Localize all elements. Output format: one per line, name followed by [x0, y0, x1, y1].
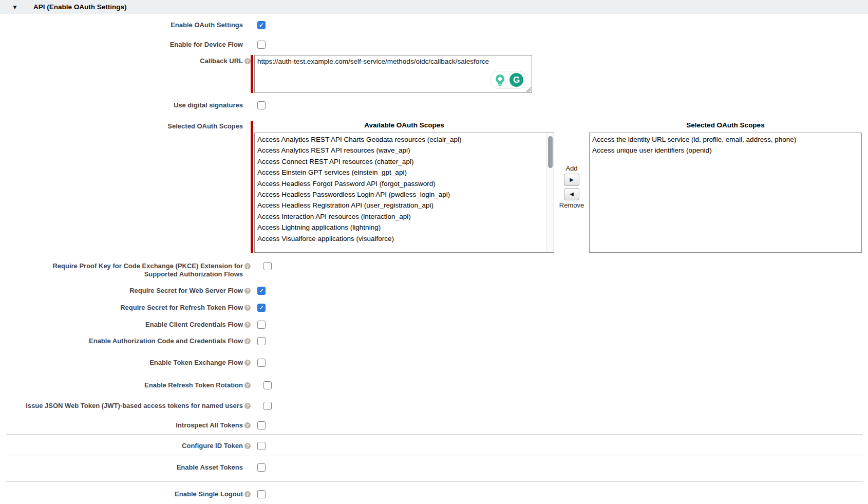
- grammarly-icon[interactable]: G: [510, 73, 523, 87]
- field-row-require-pkce: Require Proof Key for Code Exchange (PKC…: [0, 262, 868, 278]
- oauth-scope-option[interactable]: Access Headless Registration API (user_r…: [255, 200, 554, 211]
- help-icon[interactable]: ?: [244, 58, 251, 64]
- callback-url-value: https://auth-test.example.com/self-servi…: [257, 58, 489, 65]
- remove-scope-button[interactable]: ◀: [564, 188, 579, 200]
- help-icon[interactable]: ?: [244, 360, 251, 366]
- available-scopes-header: Available OAuth Scopes: [254, 121, 554, 130]
- oauth-scope-option[interactable]: Access Visualforce applications (visualf…: [255, 233, 554, 244]
- field-row-enable-client-credentials: Enable Client Credentials Flow ?: [0, 319, 868, 331]
- help-icon[interactable]: ?: [244, 422, 251, 428]
- selected-scopes-header: Selected OAuth Scopes: [589, 121, 862, 130]
- use-digital-signatures-checkbox[interactable]: [257, 101, 266, 109]
- oauth-scope-option[interactable]: Access Connect REST API resources (chatt…: [255, 156, 554, 167]
- enable-oauth-settings-checkbox[interactable]: [257, 21, 266, 29]
- field-row-callback-url: Callback URL ? https://auth-test.example…: [0, 55, 868, 93]
- enable-single-logout-checkbox[interactable]: [257, 490, 266, 498]
- available-scopes-listbox[interactable]: Access Analytics REST API Charts Geodata…: [254, 133, 554, 253]
- require-secret-refresh-token-checkbox[interactable]: [257, 304, 266, 312]
- help-icon[interactable]: ?: [244, 288, 251, 294]
- oauth-scope-option[interactable]: Access Interaction API resources (intera…: [255, 211, 554, 222]
- oauth-scope-option[interactable]: Access the identity URL service (id, pro…: [590, 134, 861, 145]
- collapse-section-icon[interactable]: ▼: [12, 4, 18, 10]
- require-secret-web-server-checkbox[interactable]: [257, 287, 266, 295]
- help-icon[interactable]: ?: [244, 263, 251, 269]
- oauth-scope-option[interactable]: Access Einstein GPT services (einstein_g…: [255, 167, 554, 178]
- help-icon[interactable]: ?: [244, 491, 251, 497]
- field-row-enable-oauth-settings: Enable OAuth Settings: [0, 19, 868, 31]
- required-field-bar: [251, 55, 253, 93]
- require-pkce-label: Require Proof Key for Code Exchange (PKC…: [22, 262, 251, 278]
- field-row-enable-auth-code-credentials: Enable Authorization Code and Credential…: [0, 335, 868, 347]
- section-divider: [6, 456, 863, 456]
- configure-id-token-label: Configure ID Token: [182, 442, 251, 450]
- remove-label: Remove: [559, 201, 584, 210]
- section-title: API (Enable OAuth Settings): [33, 3, 127, 11]
- field-row-use-digital-signatures: Use digital signatures: [0, 99, 868, 111]
- callback-url-label: Callback URL: [200, 57, 251, 65]
- field-row-configure-id-token: Configure ID Token ?: [0, 440, 868, 452]
- help-icon[interactable]: ?: [244, 338, 251, 344]
- field-row-issue-jwt-tokens: Issue JSON Web Token (JWT)-based access …: [0, 400, 868, 412]
- field-row-require-secret-refresh-token: Require Secret for Refresh Token Flow ?: [0, 302, 868, 314]
- require-secret-web-server-label: Require Secret for Web Server Flow: [129, 287, 251, 295]
- browser-extension-widget: G: [490, 71, 526, 89]
- help-icon[interactable]: ?: [244, 443, 251, 449]
- enable-asset-tokens-label: Enable Asset Tokens: [177, 463, 251, 472]
- listbox-scrollbar[interactable]: [546, 134, 553, 252]
- listbox-scrollbar-thumb[interactable]: [548, 136, 553, 168]
- oauth-scope-option[interactable]: Access Headless Passwordless Login API (…: [255, 189, 554, 200]
- field-row-enable-token-exchange: Enable Token Exchange Flow ?: [0, 357, 868, 369]
- enable-auth-code-credentials-checkbox[interactable]: [257, 337, 266, 345]
- enable-client-credentials-checkbox[interactable]: [257, 321, 266, 329]
- oauth-scope-option[interactable]: Access Analytics REST API resources (wav…: [255, 145, 554, 156]
- configure-id-token-checkbox[interactable]: [257, 442, 266, 450]
- oauth-scope-option[interactable]: Access Lightning applications (lightning…: [255, 222, 554, 233]
- issue-jwt-tokens-label: Issue JSON Web Token (JWT)-based access …: [26, 402, 251, 410]
- field-row-introspect-all-tokens: Introspect All Tokens ?: [0, 419, 868, 432]
- field-row-enable-device-flow: Enable for Device Flow: [0, 39, 868, 51]
- lightbulb-extension-icon[interactable]: [493, 73, 507, 87]
- field-row-enable-asset-tokens: Enable Asset Tokens: [0, 461, 868, 474]
- oauth-scope-option[interactable]: Access Analytics REST API Charts Geodata…: [255, 134, 554, 145]
- callback-url-textarea[interactable]: https://auth-test.example.com/self-servi…: [254, 55, 532, 93]
- oauth-scope-option[interactable]: Access Headless Forgot Password API (for…: [255, 178, 554, 189]
- help-icon[interactable]: ?: [244, 403, 251, 409]
- enable-client-credentials-label: Enable Client Credentials Flow: [145, 321, 251, 329]
- issue-jwt-tokens-checkbox[interactable]: [263, 402, 272, 410]
- oauth-scope-option[interactable]: Access unique user identifiers (openid): [590, 145, 861, 156]
- require-secret-refresh-token-label: Require Secret for Refresh Token Flow: [120, 304, 251, 312]
- enable-token-exchange-checkbox[interactable]: [257, 359, 266, 367]
- enable-device-flow-checkbox[interactable]: [257, 41, 266, 49]
- enable-device-flow-label: Enable for Device Flow: [170, 41, 251, 49]
- enable-asset-tokens-checkbox[interactable]: [257, 463, 266, 472]
- help-icon[interactable]: ?: [244, 382, 251, 388]
- required-field-bar: [251, 121, 253, 253]
- section-divider: [6, 434, 863, 435]
- add-label: Add: [565, 164, 577, 173]
- add-scope-button[interactable]: ▶: [564, 174, 579, 186]
- field-row-enable-refresh-token-rotation: Enable Refresh Token Rotation ?: [0, 379, 868, 391]
- enable-refresh-token-rotation-checkbox[interactable]: [263, 381, 272, 389]
- section-header: ▼ API (Enable OAuth Settings): [0, 0, 868, 14]
- enable-token-exchange-label: Enable Token Exchange Flow: [149, 359, 251, 367]
- field-row-require-secret-web-server: Require Secret for Web Server Flow ?: [0, 285, 868, 297]
- textarea-resize-handle[interactable]: [525, 86, 532, 92]
- help-icon[interactable]: ?: [244, 305, 251, 311]
- selected-scopes-listbox[interactable]: Access the identity URL service (id, pro…: [589, 133, 862, 253]
- field-row-enable-single-logout: Enable Single Logout ?: [0, 488, 868, 500]
- introspect-all-tokens-label: Introspect All Tokens: [176, 421, 251, 430]
- enable-oauth-settings-label: Enable OAuth Settings: [171, 21, 251, 29]
- help-icon[interactable]: ?: [244, 322, 251, 328]
- introspect-all-tokens-checkbox[interactable]: [257, 421, 266, 430]
- require-pkce-checkbox[interactable]: [263, 262, 272, 270]
- oauth-scopes-label: Selected OAuth Scopes: [167, 122, 251, 130]
- use-digital-signatures-label: Use digital signatures: [174, 101, 251, 109]
- enable-single-logout-label: Enable Single Logout: [175, 490, 251, 498]
- enable-auth-code-credentials-label: Enable Authorization Code and Credential…: [89, 337, 251, 345]
- enable-refresh-token-rotation-label: Enable Refresh Token Rotation: [144, 381, 251, 389]
- field-row-oauth-scopes: Selected OAuth Scopes Available OAuth Sc…: [0, 121, 868, 253]
- section-divider: [6, 481, 863, 482]
